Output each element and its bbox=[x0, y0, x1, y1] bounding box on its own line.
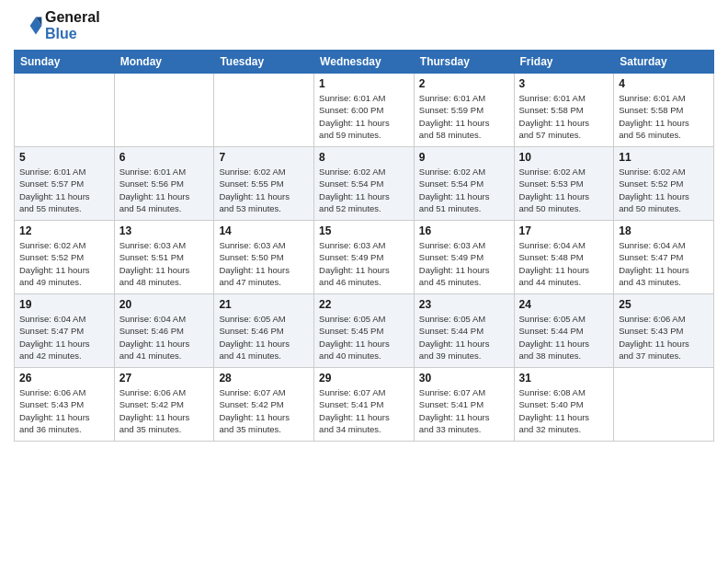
calendar-cell: 14Sunrise: 6:03 AM Sunset: 5:50 PM Dayli… bbox=[214, 221, 314, 294]
day-info: Sunrise: 6:02 AM Sunset: 5:55 PM Dayligh… bbox=[219, 166, 309, 214]
day-info: Sunrise: 6:05 AM Sunset: 5:46 PM Dayligh… bbox=[219, 313, 309, 362]
calendar-cell: 5Sunrise: 6:01 AM Sunset: 5:57 PM Daylig… bbox=[15, 147, 115, 221]
calendar-cell: 26Sunrise: 6:06 AM Sunset: 5:43 PM Dayli… bbox=[15, 368, 115, 442]
calendar-cell: 31Sunrise: 6:08 AM Sunset: 5:40 PM Dayli… bbox=[514, 368, 614, 442]
day-info: Sunrise: 6:04 AM Sunset: 5:46 PM Dayligh… bbox=[119, 313, 210, 362]
calendar-cell: 16Sunrise: 6:03 AM Sunset: 5:49 PM Dayli… bbox=[414, 221, 514, 294]
calendar-week-3: 12Sunrise: 6:02 AM Sunset: 5:52 PM Dayli… bbox=[15, 221, 714, 294]
calendar-cell: 23Sunrise: 6:05 AM Sunset: 5:44 PM Dayli… bbox=[414, 294, 514, 368]
day-info: Sunrise: 6:02 AM Sunset: 5:54 PM Dayligh… bbox=[319, 166, 409, 214]
day-number: 20 bbox=[119, 298, 210, 311]
calendar-cell: 27Sunrise: 6:06 AM Sunset: 5:42 PM Dayli… bbox=[114, 368, 214, 442]
day-number: 14 bbox=[219, 224, 309, 237]
day-number: 18 bbox=[619, 224, 709, 237]
day-info: Sunrise: 6:03 AM Sunset: 5:51 PM Dayligh… bbox=[119, 239, 210, 288]
calendar-cell: 9Sunrise: 6:02 AM Sunset: 5:54 PM Daylig… bbox=[414, 147, 514, 221]
day-number: 9 bbox=[419, 151, 509, 164]
day-number: 8 bbox=[319, 151, 409, 164]
calendar-cell bbox=[614, 368, 714, 442]
calendar-cell: 17Sunrise: 6:04 AM Sunset: 5:48 PM Dayli… bbox=[514, 221, 614, 294]
calendar-cell: 28Sunrise: 6:07 AM Sunset: 5:42 PM Dayli… bbox=[214, 368, 314, 442]
day-number: 23 bbox=[419, 298, 509, 311]
calendar-cell: 10Sunrise: 6:02 AM Sunset: 5:53 PM Dayli… bbox=[514, 147, 614, 221]
day-number: 22 bbox=[319, 298, 409, 311]
day-number: 3 bbox=[519, 77, 609, 90]
calendar-cell: 22Sunrise: 6:05 AM Sunset: 5:45 PM Dayli… bbox=[314, 294, 415, 368]
day-number: 29 bbox=[319, 372, 409, 385]
calendar-cell: 18Sunrise: 6:04 AM Sunset: 5:47 PM Dayli… bbox=[614, 221, 714, 294]
calendar-cell: 3Sunrise: 6:01 AM Sunset: 5:58 PM Daylig… bbox=[514, 74, 614, 147]
day-number: 12 bbox=[19, 224, 109, 237]
weekday-header-friday: Friday bbox=[514, 51, 614, 74]
calendar-cell: 19Sunrise: 6:04 AM Sunset: 5:47 PM Dayli… bbox=[15, 294, 115, 368]
day-number: 7 bbox=[219, 151, 309, 164]
calendar-week-1: 1Sunrise: 6:01 AM Sunset: 6:00 PM Daylig… bbox=[15, 74, 714, 147]
calendar-table: SundayMondayTuesdayWednesdayThursdayFrid… bbox=[14, 50, 714, 442]
day-info: Sunrise: 6:02 AM Sunset: 5:52 PM Dayligh… bbox=[19, 239, 109, 288]
day-info: Sunrise: 6:01 AM Sunset: 5:58 PM Dayligh… bbox=[519, 92, 609, 141]
calendar-cell: 20Sunrise: 6:04 AM Sunset: 5:46 PM Dayli… bbox=[114, 294, 214, 368]
day-info: Sunrise: 6:04 AM Sunset: 5:48 PM Dayligh… bbox=[519, 239, 609, 288]
day-number: 10 bbox=[519, 151, 609, 164]
logo: General Blue bbox=[14, 9, 100, 42]
header: General Blue bbox=[14, 9, 714, 42]
day-info: Sunrise: 6:04 AM Sunset: 5:47 PM Dayligh… bbox=[619, 239, 709, 288]
day-number: 21 bbox=[219, 298, 309, 311]
day-info: Sunrise: 6:06 AM Sunset: 5:43 PM Dayligh… bbox=[619, 313, 709, 362]
calendar-cell: 25Sunrise: 6:06 AM Sunset: 5:43 PM Dayli… bbox=[614, 294, 714, 368]
page: General Blue SundayMondayTuesdayWednesda… bbox=[0, 0, 728, 563]
calendar-cell bbox=[214, 74, 314, 147]
calendar-cell: 24Sunrise: 6:05 AM Sunset: 5:44 PM Dayli… bbox=[514, 294, 614, 368]
day-info: Sunrise: 6:02 AM Sunset: 5:52 PM Dayligh… bbox=[619, 166, 709, 214]
day-info: Sunrise: 6:07 AM Sunset: 5:42 PM Dayligh… bbox=[219, 386, 309, 435]
calendar-cell bbox=[15, 74, 115, 147]
day-info: Sunrise: 6:03 AM Sunset: 5:49 PM Dayligh… bbox=[319, 239, 409, 288]
day-info: Sunrise: 6:02 AM Sunset: 5:53 PM Dayligh… bbox=[519, 166, 609, 214]
day-info: Sunrise: 6:05 AM Sunset: 5:45 PM Dayligh… bbox=[319, 313, 409, 362]
calendar-cell bbox=[114, 74, 214, 147]
calendar-cell: 11Sunrise: 6:02 AM Sunset: 5:52 PM Dayli… bbox=[614, 147, 714, 221]
weekday-header-thursday: Thursday bbox=[414, 51, 514, 74]
calendar-cell: 29Sunrise: 6:07 AM Sunset: 5:41 PM Dayli… bbox=[314, 368, 415, 442]
day-number: 25 bbox=[619, 298, 709, 311]
day-number: 15 bbox=[319, 224, 409, 237]
day-info: Sunrise: 6:06 AM Sunset: 5:43 PM Dayligh… bbox=[19, 386, 109, 435]
weekday-header-monday: Monday bbox=[114, 51, 214, 74]
day-number: 19 bbox=[19, 298, 109, 311]
day-info: Sunrise: 6:01 AM Sunset: 6:00 PM Dayligh… bbox=[319, 92, 409, 141]
day-number: 27 bbox=[119, 372, 210, 385]
day-number: 11 bbox=[619, 151, 709, 164]
day-info: Sunrise: 6:07 AM Sunset: 5:41 PM Dayligh… bbox=[419, 386, 509, 435]
day-number: 6 bbox=[119, 151, 210, 164]
calendar-cell: 8Sunrise: 6:02 AM Sunset: 5:54 PM Daylig… bbox=[314, 147, 415, 221]
day-number: 1 bbox=[319, 77, 409, 90]
day-number: 24 bbox=[519, 298, 609, 311]
calendar-cell: 6Sunrise: 6:01 AM Sunset: 5:56 PM Daylig… bbox=[114, 147, 214, 221]
weekday-header-sunday: Sunday bbox=[15, 51, 115, 74]
logo-text: General Blue bbox=[45, 9, 100, 42]
day-info: Sunrise: 6:03 AM Sunset: 5:49 PM Dayligh… bbox=[419, 239, 509, 288]
day-number: 13 bbox=[119, 224, 210, 237]
day-info: Sunrise: 6:01 AM Sunset: 5:58 PM Dayligh… bbox=[619, 92, 709, 141]
calendar-cell: 15Sunrise: 6:03 AM Sunset: 5:49 PM Dayli… bbox=[314, 221, 415, 294]
calendar-cell: 7Sunrise: 6:02 AM Sunset: 5:55 PM Daylig… bbox=[214, 147, 314, 221]
day-number: 26 bbox=[19, 372, 109, 385]
weekday-header-wednesday: Wednesday bbox=[314, 51, 415, 74]
calendar-week-4: 19Sunrise: 6:04 AM Sunset: 5:47 PM Dayli… bbox=[15, 294, 714, 368]
calendar-cell: 4Sunrise: 6:01 AM Sunset: 5:58 PM Daylig… bbox=[614, 74, 714, 147]
day-info: Sunrise: 6:06 AM Sunset: 5:42 PM Dayligh… bbox=[119, 386, 210, 435]
calendar-week-2: 5Sunrise: 6:01 AM Sunset: 5:57 PM Daylig… bbox=[15, 147, 714, 221]
calendar-header-row: SundayMondayTuesdayWednesdayThursdayFrid… bbox=[15, 51, 714, 74]
day-info: Sunrise: 6:08 AM Sunset: 5:40 PM Dayligh… bbox=[519, 386, 609, 435]
day-number: 16 bbox=[419, 224, 509, 237]
calendar-cell: 1Sunrise: 6:01 AM Sunset: 6:00 PM Daylig… bbox=[314, 74, 415, 147]
day-number: 30 bbox=[419, 372, 509, 385]
day-info: Sunrise: 6:01 AM Sunset: 5:56 PM Dayligh… bbox=[119, 166, 210, 214]
weekday-header-tuesday: Tuesday bbox=[214, 51, 314, 74]
day-number: 31 bbox=[519, 372, 609, 385]
day-info: Sunrise: 6:03 AM Sunset: 5:50 PM Dayligh… bbox=[219, 239, 309, 288]
calendar-cell: 13Sunrise: 6:03 AM Sunset: 5:51 PM Dayli… bbox=[114, 221, 214, 294]
day-number: 17 bbox=[519, 224, 609, 237]
calendar-cell: 21Sunrise: 6:05 AM Sunset: 5:46 PM Dayli… bbox=[214, 294, 314, 368]
day-info: Sunrise: 6:01 AM Sunset: 5:59 PM Dayligh… bbox=[419, 92, 509, 141]
